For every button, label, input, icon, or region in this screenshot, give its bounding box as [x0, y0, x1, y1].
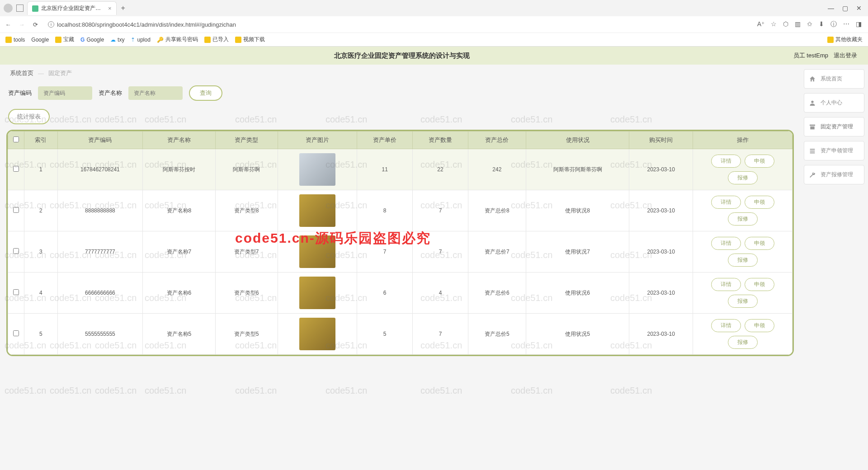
- bookmark-item[interactable]: Google: [31, 37, 49, 43]
- row-checkbox[interactable]: [13, 207, 19, 213]
- row-checkbox[interactable]: [13, 166, 19, 172]
- bookmark-item[interactable]: GGoogle: [80, 37, 104, 43]
- cell-price: 11: [357, 149, 413, 190]
- detail-button[interactable]: 详情: [711, 196, 741, 209]
- repair-button[interactable]: 报修: [728, 171, 758, 184]
- favorites-icon[interactable]: ✩: [807, 20, 812, 28]
- menu-icon[interactable]: ⋯: [843, 20, 849, 28]
- back-icon[interactable]: ←: [4, 21, 13, 28]
- apply-button[interactable]: 申领: [745, 196, 774, 209]
- asset-image: [299, 153, 335, 186]
- cell-status: 使用状况6: [526, 273, 629, 314]
- bookmark-item[interactable]: ⇡uplod: [131, 37, 150, 43]
- tab-actions-icon[interactable]: [16, 5, 24, 12]
- sidebar-item-home[interactable]: 系统首页: [804, 69, 864, 89]
- breadcrumb-home[interactable]: 系统首页: [10, 69, 33, 77]
- svg-point-0: [811, 100, 813, 103]
- logout-link[interactable]: 退出登录: [834, 52, 857, 60]
- downloads-icon[interactable]: ⬇: [819, 20, 824, 28]
- browser-tab[interactable]: 北京医疗企业固定资产管理系统 ×: [27, 1, 117, 15]
- cell-name: 资产名称7: [143, 231, 216, 273]
- breadcrumb-separator: —: [38, 70, 44, 77]
- sidebar-item-profile[interactable]: 个人中心: [804, 93, 864, 113]
- home-icon: [809, 75, 816, 83]
- user-label: 员工 testEmp: [793, 52, 828, 60]
- browser-chrome: 北京医疗企业固定资产管理系统 × + — ▢ ✕ ← → ⟳ i localho…: [0, 0, 868, 47]
- read-aloud-icon[interactable]: A⁺: [757, 20, 764, 28]
- split-icon[interactable]: ◨: [856, 20, 862, 28]
- search-row: 资产编码 资产名称 查询: [6, 82, 794, 107]
- repair-button[interactable]: 报修: [728, 254, 758, 267]
- address-bar: ← → ⟳ i localhost:8080/springboot4c4c1/a…: [0, 16, 868, 33]
- sidebar-item-request[interactable]: 资产申领管理: [804, 141, 864, 160]
- sidebar-item-label: 资产申领管理: [821, 147, 853, 155]
- cell-date: 2023-03-10: [629, 149, 693, 190]
- cell-qty: 7: [413, 231, 468, 273]
- detail-button[interactable]: 详情: [711, 278, 741, 291]
- code-input[interactable]: [38, 86, 92, 100]
- col-status: 使用状况: [526, 132, 629, 149]
- cell-date: 2023-03-10: [629, 231, 693, 273]
- apply-button[interactable]: 申领: [745, 278, 774, 291]
- maximize-icon[interactable]: ▢: [842, 5, 848, 12]
- sidebar-item-assets[interactable]: 固定资产管理: [804, 117, 864, 136]
- bookmark-item[interactable]: 宝藏: [55, 36, 74, 43]
- repair-button[interactable]: 报修: [728, 295, 758, 308]
- stats-button[interactable]: 统计报表: [8, 109, 50, 124]
- apply-button[interactable]: 申领: [745, 319, 774, 332]
- bookmark-item[interactable]: ☁txy: [110, 37, 124, 43]
- folder-icon: [5, 37, 12, 43]
- row-checkbox[interactable]: [13, 289, 19, 295]
- cell-total: 242: [468, 149, 526, 190]
- folder-icon: [204, 37, 211, 43]
- forward-icon: →: [17, 21, 26, 28]
- favicon-icon: [32, 5, 38, 12]
- cell-image: [278, 273, 357, 314]
- cell-index: 1: [24, 149, 58, 190]
- other-bookmarks[interactable]: 其他收藏夹: [827, 36, 863, 43]
- bookmark-item[interactable]: 🔑共享账号密码: [157, 36, 198, 43]
- apply-button[interactable]: 申领: [745, 237, 774, 250]
- col-code: 资产编码: [57, 132, 142, 149]
- sidebar-item-repair[interactable]: 资产报修管理: [804, 165, 864, 184]
- close-window-icon[interactable]: ✕: [856, 5, 862, 12]
- cell-ops: 详情 申领 报修: [693, 149, 793, 190]
- sidebar-item-label: 固定资产管理: [821, 123, 853, 131]
- profile-avatar-icon[interactable]: [4, 4, 13, 13]
- detail-button[interactable]: 详情: [711, 155, 741, 168]
- repair-button[interactable]: 报修: [728, 212, 758, 226]
- col-qty: 资产数量: [413, 132, 468, 149]
- tab-close-icon[interactable]: ×: [108, 5, 112, 12]
- user-icon: [809, 99, 816, 107]
- name-input[interactable]: [128, 86, 183, 100]
- col-price: 资产单价: [357, 132, 413, 149]
- repair-button[interactable]: 报修: [728, 336, 758, 349]
- cell-price: 6: [357, 273, 413, 314]
- refresh-icon[interactable]: ⟳: [31, 21, 40, 28]
- bookmark-item[interactable]: tools: [5, 37, 25, 43]
- breadcrumb-current: 固定资产: [48, 69, 72, 77]
- extensions-icon[interactable]: ⬡: [783, 20, 788, 28]
- cell-status: 使用状况7: [526, 231, 629, 273]
- apply-button[interactable]: 申领: [745, 155, 774, 168]
- performance-icon[interactable]: ⓘ: [830, 20, 837, 28]
- cell-code: 6666666666: [57, 273, 142, 314]
- row-checkbox[interactable]: [13, 248, 19, 254]
- favorite-icon[interactable]: ☆: [771, 20, 777, 28]
- minimize-icon[interactable]: —: [828, 5, 834, 12]
- table-row: 2 8888888888 资产名称8 资产类型8 8 7 资产总价8 使用状况8…: [8, 190, 793, 231]
- collections-icon[interactable]: ▥: [795, 20, 801, 28]
- new-tab-button[interactable]: +: [121, 4, 125, 12]
- cell-name: 资产名称5: [143, 314, 216, 355]
- site-info-icon[interactable]: i: [48, 21, 54, 28]
- url-input[interactable]: i localhost:8080/springboot4c4c1/admin/d…: [44, 19, 753, 30]
- row-checkbox[interactable]: [13, 330, 19, 336]
- bookmark-item[interactable]: 已导入: [204, 36, 229, 43]
- select-all-checkbox[interactable]: [13, 136, 19, 142]
- cell-image: [278, 149, 357, 190]
- cell-type: 资产类型6: [215, 273, 278, 314]
- detail-button[interactable]: 详情: [711, 319, 741, 332]
- detail-button[interactable]: 详情: [711, 237, 741, 250]
- bookmark-item[interactable]: 视频下载: [235, 36, 265, 43]
- query-button[interactable]: 查询: [189, 85, 222, 101]
